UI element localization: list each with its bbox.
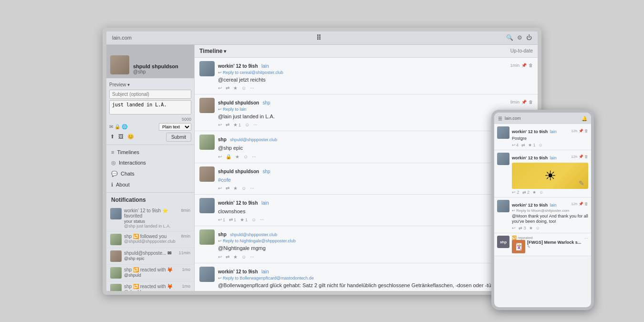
timeline-chevron[interactable] (224, 48, 226, 54)
mobile-fav-1[interactable]: ★ 1 (528, 143, 536, 147)
mobile-url: lain.com (505, 116, 521, 121)
mobile-more-icon-4[interactable]: ··· (584, 236, 588, 253)
mobile-trash-3[interactable]: 🗑 (584, 202, 588, 206)
mobile-post-1: workin' 12 to 9ish lain 12h 📌 🗑 Postgre (494, 124, 591, 150)
fav-action-1[interactable]: ★ (233, 85, 238, 91)
submit-button[interactable]: Submit (166, 133, 191, 142)
notif-content-4: 1mo shp 🔁 reacted with 🦊 @shpuld (124, 267, 190, 278)
pin-icon-2: 📌 (521, 100, 527, 104)
settings-icon[interactable]: ⚙ (517, 34, 522, 41)
mobile-post-author-2: workin' 12 to 9ish (512, 156, 548, 160)
trash-icon[interactable]: 🗑 (529, 63, 533, 68)
mobile-boost-3[interactable]: ⇄ 3 (519, 226, 526, 230)
boost-action-1[interactable]: ⇄ (226, 85, 229, 91)
mobile-reply-2[interactable]: ↩ 2 (512, 190, 519, 195)
mobile-post-2: workin' 12 to 9ish lain 12h 📌 🗑 ☀ (494, 150, 591, 197)
mobile-emoji-2[interactable]: ☺ (539, 190, 543, 195)
more-action-3[interactable]: ··· (252, 154, 256, 159)
mobile-post-text-1: Postgre (512, 136, 588, 142)
fav-action-6[interactable]: ★ (233, 254, 238, 260)
lock-action-3[interactable]: 🔒 (226, 154, 231, 159)
globe-icon[interactable]: 🌐 (122, 124, 127, 129)
more-action-5[interactable]: ··· (260, 217, 264, 222)
browser-url: lain.com (112, 35, 132, 41)
format-select[interactable]: Plain text Markdown (159, 123, 191, 131)
notif-item-4[interactable]: 1mo shp 🔁 reacted with 🦊 @shpuld (106, 265, 194, 281)
nav-about[interactable]: ℹ About (106, 179, 194, 190)
lock-icon[interactable]: 🔒 (114, 124, 120, 129)
mobile-fav-3[interactable]: ★ (529, 226, 533, 230)
mobile-reply-3[interactable]: ↩ (512, 226, 516, 230)
boost-action-4[interactable]: ⇄ (226, 186, 229, 191)
emoji-action-5[interactable]: ☺ (251, 217, 256, 222)
reply-action-1[interactable]: ↩ (218, 85, 222, 91)
mobile-avatar-4: shp (497, 236, 509, 248)
trash-icon-2[interactable]: 🗑 (529, 100, 533, 104)
notif-item-5[interactable]: 1mo shp 🔁 reacted with 🦊 @shpuld (106, 281, 194, 291)
nav-interactions[interactable]: ◎ Interactions (106, 157, 194, 168)
mobile-emoji-3[interactable]: ☺ (536, 226, 540, 230)
boost-action-6[interactable]: ⇄ (226, 254, 229, 260)
nav-timelines[interactable]: ≡ Timelines (106, 147, 194, 157)
mobile-boost-1[interactable]: ⇄ (521, 143, 525, 147)
mobile-fav-2[interactable]: ★ (532, 190, 536, 195)
image-icon[interactable]: 🖼 (117, 133, 125, 142)
app-logo: ⠿ (316, 34, 321, 42)
notif-content-2: 8min shp 🔁 followed you @shpuld@shpppost… (124, 234, 190, 244)
notif-item-2[interactable]: 8min shp 🔁 followed you @shpuld@shpppost… (106, 231, 194, 248)
power-icon[interactable]: ⏻ (526, 34, 532, 41)
nav-interactions-label: Interactions (119, 160, 146, 166)
emoji-action-4[interactable]: ☺ (241, 186, 246, 191)
boost-action-2[interactable]: ⇄ (226, 122, 229, 127)
mobile-post-handle-2: lain (550, 156, 557, 160)
mobile-boost-2[interactable]: ⇄ 2 (522, 190, 530, 195)
preview-button[interactable]: Preview ▾ (109, 81, 130, 88)
more-action-4[interactable]: ··· (250, 186, 254, 191)
fav-action-5[interactable]: ★ 1 (240, 217, 248, 222)
mobile-post-body-1: workin' 12 to 9ish lain 12h 📌 🗑 Postgre (512, 126, 588, 147)
fav-action-2[interactable]: ★ 1 (233, 122, 241, 127)
emoji-action-1[interactable]: ☺ (241, 85, 246, 91)
mobile-trash-1[interactable]: 🗑 (584, 129, 588, 133)
fav-action-4[interactable]: ★ (233, 186, 238, 191)
reply-action-4[interactable]: ↩ (218, 186, 222, 191)
mobile-reply-label-3: ↩ Reply to Moon@shitposter.com (512, 208, 588, 213)
mobile-posts: workin' 12 to 9ish lain 12h 📌 🗑 Postgre (494, 124, 591, 307)
boost-action-5[interactable]: ⇄ 1 (229, 217, 236, 222)
fav-action-3[interactable]: ★ (235, 154, 239, 159)
mobile-trash-2[interactable]: 🗑 (584, 155, 588, 159)
emoji-action-3[interactable]: ☺ (243, 154, 248, 159)
post-avatar-7 (199, 267, 215, 282)
post-body-7: workin' 12 to 9ish lain 41min 📌 🗑 (218, 267, 533, 291)
post-author-5: workin' 12 to 9ish (218, 200, 258, 206)
reply-action-2[interactable]: ↩ (218, 122, 222, 127)
notif-time-1: 8min (181, 208, 190, 213)
more-action-2[interactable]: ··· (253, 122, 257, 127)
reply-action-3[interactable]: ↩ (218, 154, 222, 159)
mobile-screen: ☰ lain.com 🔔 workin' 12 to 9ish lain (494, 113, 591, 307)
mobile-avatar-2 (497, 153, 509, 165)
mail-icon[interactable]: ✉ (109, 124, 113, 129)
more-action-1[interactable]: ··· (250, 85, 254, 91)
subject-input[interactable] (109, 90, 191, 99)
notif-item-3[interactable]: 11min shpuld@shpposte... ✉ @shp epic (106, 248, 194, 265)
compose-textarea[interactable]: just landed in L.A. (109, 100, 191, 114)
notif-content-3: 11min shpuld@shpposte... ✉ @shp epic (124, 250, 190, 261)
emoji-action-6[interactable]: ☺ (241, 254, 246, 260)
emoji-icon[interactable]: 😊 (126, 133, 135, 142)
upload-icon[interactable]: ⬆ (109, 133, 115, 142)
notif-item-1[interactable]: 8min workin' 12 to 9ish ⭐ favorited your… (106, 206, 194, 231)
more-action-6[interactable]: ··· (250, 254, 254, 260)
nav-chats[interactable]: 💬 Chats (106, 168, 194, 179)
mobile-post-body-3: workin' 12 to 9ish lain 12h 📌 🗑 ↩ Reply … (512, 200, 588, 230)
mobile-bell-icon[interactable]: 🔔 (582, 116, 587, 121)
reply-action-6[interactable]: ↩ (218, 254, 222, 260)
emoji-action-2[interactable]: ☺ (245, 122, 249, 127)
mobile-emoji-1[interactable]: ☺ (539, 143, 543, 147)
search-icon[interactable]: 🔍 (506, 34, 513, 41)
reply-action-5[interactable]: ↩ 1 (218, 217, 225, 222)
mobile-menu-icon[interactable]: ☰ (498, 116, 502, 121)
mobile-reply-1[interactable]: ↩ 4 (512, 143, 519, 147)
post-text-4: #cofe (218, 177, 533, 184)
nav-chats-label: Chats (121, 171, 135, 177)
